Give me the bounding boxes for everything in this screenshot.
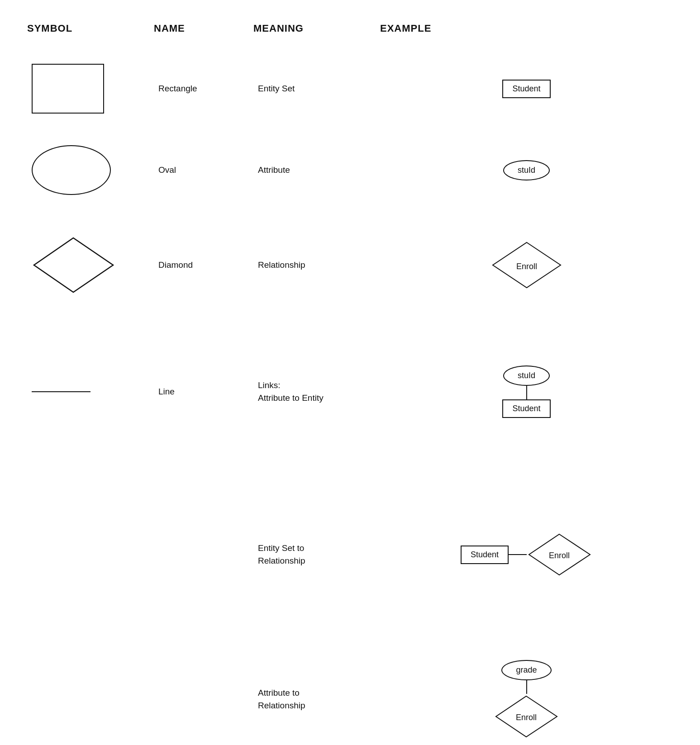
name-oval: Oval xyxy=(154,165,253,175)
example-esr-diamond-enroll-svg: Enroll xyxy=(527,532,592,577)
example-rectangle: Student xyxy=(380,75,673,103)
example-line-rect-student: Student xyxy=(502,399,550,418)
row-diamond: Diamond Relationship Enroll xyxy=(27,215,673,315)
row-rectangle: Rectangle Entity Set Student xyxy=(27,52,673,125)
example-esr-rect-student: Student xyxy=(461,546,509,564)
header-name: NAME xyxy=(154,18,253,39)
row-oval: Oval Attribute stuId xyxy=(27,134,673,206)
row-entity-set-to-relationship: Entity Set to Relationship Student Enrol… xyxy=(27,487,673,622)
entity-rel-diagram: Student Enroll xyxy=(461,532,592,577)
example-esr-enroll-label: Enroll xyxy=(549,551,570,560)
example-line-oval-stuid: stuId xyxy=(503,365,550,386)
example-entity-set-to-rel: Student Enroll xyxy=(380,527,673,582)
header-example: EXAMPLE xyxy=(380,18,673,39)
symbol-diamond xyxy=(27,236,154,294)
diamond-shape-symbol xyxy=(32,236,115,294)
row-line: Line Links: Attribute to Entity stuId St… xyxy=(27,324,673,460)
oval-shape xyxy=(32,145,111,195)
meaning-line: Links: Attribute to Entity xyxy=(253,379,380,405)
symbol-oval xyxy=(27,145,154,195)
example-diamond: Enroll xyxy=(380,236,673,294)
example-diamond-enroll-svg: Enroll xyxy=(490,240,563,290)
page: { "header": { "col1": "SYMBOL", "col2": … xyxy=(0,0,700,745)
connector-horizontal xyxy=(509,554,527,555)
meaning-oval: Attribute xyxy=(253,164,380,177)
connector-vertical-2 xyxy=(526,680,527,694)
example-line: stuId Student xyxy=(380,361,673,422)
table-header: SYMBOL NAME MEANING EXAMPLE xyxy=(27,18,673,39)
attr-rel-diagram: grade Enroll xyxy=(494,660,559,739)
svg-marker-0 xyxy=(34,238,113,292)
header-symbol: SYMBOL xyxy=(27,18,154,39)
symbol-line xyxy=(27,391,154,393)
line-example-diagram: stuId Student xyxy=(502,365,550,418)
meaning-rectangle: Entity Set xyxy=(253,82,380,95)
example-attr-to-rel: grade Enroll xyxy=(380,655,673,744)
example-rect-student: Student xyxy=(502,80,550,98)
example-diamond-enroll-label: Enroll xyxy=(516,262,537,271)
example-atr-diamond-enroll-svg: Enroll xyxy=(494,694,559,739)
name-rectangle: Rectangle xyxy=(154,84,253,94)
line-shape xyxy=(32,391,90,393)
row-attribute-to-relationship: Attribute to Relationship grade Enroll xyxy=(27,631,673,745)
example-atr-enroll-label: Enroll xyxy=(516,712,537,721)
name-diamond: Diamond xyxy=(154,260,253,270)
name-line: Line xyxy=(154,387,253,397)
header-meaning: MEANING xyxy=(253,18,380,39)
symbol-rectangle xyxy=(27,64,154,114)
connector-vertical xyxy=(526,386,527,399)
meaning-entity-set-to-rel: Entity Set to Relationship xyxy=(253,542,380,568)
example-oval-stuid: stuId xyxy=(503,160,550,180)
meaning-attr-to-rel: Attribute to Relationship xyxy=(253,687,380,712)
example-atr-oval-grade: grade xyxy=(501,660,551,680)
rectangle-shape xyxy=(32,64,104,114)
meaning-diamond: Relationship xyxy=(253,259,380,272)
example-oval: stuId xyxy=(380,156,673,185)
